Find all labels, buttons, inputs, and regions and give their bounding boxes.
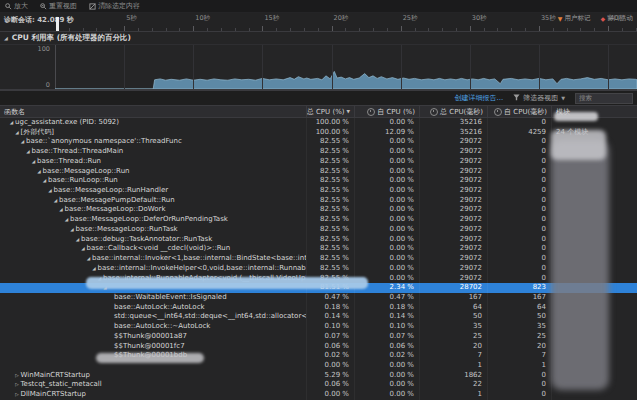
column-header-self-cpu-pct[interactable]: 自 CPU (%)	[355, 106, 420, 117]
table-row[interactable]: ▷DllMainCRTStartup0.00 %0.00 %10	[0, 390, 637, 400]
ruler-tick	[235, 28, 236, 31]
expander-expanded-icon[interactable]: ◢	[19, 137, 26, 147]
total-cpu-ms-value: 29072	[420, 157, 488, 167]
expander-expanded-icon[interactable]: ◢	[30, 157, 37, 167]
self-cpu-ms-header-label: 自 CPU(毫秒)	[504, 107, 547, 117]
expander-collapsed-icon[interactable]: ▷	[14, 371, 21, 381]
module-value	[552, 342, 637, 352]
expander-expanded-icon[interactable]: ◢	[25, 147, 32, 157]
table-row[interactable]: base::AutoLock::AutoLock0.18 %0.18 %6464	[0, 303, 637, 313]
column-header-total-cpu-ms[interactable]: 总 CPU(毫秒)	[420, 106, 488, 117]
table-row[interactable]: ◢Run81.51 %2.34 %28702823	[0, 283, 637, 293]
self-cpu-ms-value: 7	[488, 351, 552, 361]
expander-collapsed-icon[interactable]: ▷	[14, 380, 21, 390]
expander-expanded-icon[interactable]: ◢	[85, 254, 92, 264]
search-input[interactable]	[575, 93, 633, 104]
clear-selection-button[interactable]: 清除选定内容	[89, 1, 140, 11]
expander-expanded-icon[interactable]: ◢	[36, 167, 43, 177]
table-row[interactable]: ◢base::`anonymous namespace'::ThreadFunc…	[0, 137, 637, 147]
table-row[interactable]: ◢base::MessageLoop::RunTask82.55 %0.00 %…	[0, 225, 637, 235]
section-expander-icon[interactable]: ◢	[4, 35, 8, 41]
self-cpu-pct-header-label: 自 CPU (%)	[377, 107, 415, 117]
table-row[interactable]: ◢base::Thread::Run82.55 %0.00 %290720	[0, 157, 637, 167]
ruler-tick	[373, 28, 374, 31]
expander-expanded-icon[interactable]: ◢	[63, 215, 70, 225]
total-cpu-ms-value: 29072	[420, 196, 488, 206]
cpu-usage-graph[interactable]: 100 0	[0, 45, 637, 91]
expander-expanded-icon[interactable]: ◢	[69, 225, 76, 235]
expander-expanded-icon[interactable]: ◢	[14, 128, 21, 138]
self-cpu-icon	[367, 108, 375, 116]
expander-expanded-icon[interactable]: ◢	[8, 118, 15, 128]
table-row[interactable]: ◢base::MessageLoop::Run82.55 %0.00 %2907…	[0, 167, 637, 177]
total-cpu-pct-value: 0.07 %	[307, 332, 355, 342]
self-cpu-ms-value: 0	[488, 254, 552, 264]
expander-expanded-icon[interactable]: ◢	[102, 283, 109, 293]
table-row[interactable]: ◢base::Callback<void __cdecl(void)>::Run…	[0, 244, 637, 254]
module-value	[552, 390, 637, 400]
timeline-ruler[interactable]: 诊断会话: 42.089 秒 ▼ 用户标记 ◆ 窗口活动 5秒10秒15秒20秒…	[0, 13, 637, 32]
table-row[interactable]: ◢base::MessageLoop::DoWork82.55 %0.00 %2…	[0, 205, 637, 215]
table-row[interactable]: ◢base::RunLoop::Run82.55 %0.00 %290720	[0, 176, 637, 186]
table-row[interactable]: ◢base::MessageLoop::RunHandler82.55 %0.0…	[0, 186, 637, 196]
table-row[interactable]: ◢ugc_assistant.exe (PID: 5092)100.00 %0.…	[0, 118, 637, 128]
table-row[interactable]: 0.00 %0.00 %11	[0, 361, 637, 371]
table-row[interactable]: base::WaitableEvent::IsSignaled0.47 %0.4…	[0, 293, 637, 303]
module-value	[552, 351, 637, 361]
expander-expanded-icon[interactable]: ◢	[96, 274, 103, 284]
total-cpu-ms-value: 29072	[420, 225, 488, 235]
function-name-label: WinMainCRTStartup	[21, 371, 90, 381]
ruler-tick	[470, 26, 471, 31]
column-header-total-cpu-pct[interactable]: 总 CPU (%) ▼	[307, 106, 355, 117]
module-value	[552, 196, 637, 206]
module-value	[552, 147, 637, 157]
expander-expanded-icon[interactable]: ◢	[52, 196, 59, 206]
filter-view-dropdown[interactable]: 筛选器视图 ▼	[513, 93, 565, 103]
column-header-self-cpu-ms[interactable]: 自 CPU(毫秒)	[488, 106, 552, 117]
table-row[interactable]: ◢[外部代码]100.00 %12.09 %35216425924 个模块	[0, 128, 637, 138]
function-name-label: base::internal::RunnableAdapter<void (__…	[103, 274, 307, 284]
total-cpu-ms-value: 28702	[420, 283, 488, 293]
expander-expanded-icon[interactable]: ◢	[91, 264, 98, 274]
table-row[interactable]: $$Thunk@00001a870.07 %0.07 %2525	[0, 332, 637, 342]
function-name-label: base::Thread::Run	[37, 157, 101, 167]
table-row[interactable]: ◢base::debug::TaskAnnotator::RunTask82.5…	[0, 235, 637, 245]
self-cpu-pct-value: 0.00 %	[355, 157, 420, 167]
total-cpu-ms-icon	[430, 108, 438, 116]
column-header-module[interactable]: 模块	[552, 106, 637, 117]
table-row[interactable]: ▷WinMainCRTStartup5.29 %0.00 %18620	[0, 371, 637, 381]
table-row[interactable]: $$Thunk@00001bdb0.02 %0.02 %77	[0, 351, 637, 361]
self-cpu-pct-value: 12.09 %	[355, 128, 420, 138]
graph-gridline	[608, 45, 609, 89]
ruler-tick	[345, 28, 346, 31]
table-row[interactable]: ◢base::internal::InvokeHelper<0,void,bas…	[0, 264, 637, 274]
cpu-section-header[interactable]: ◢ CPU 利用率 (所有处理器的百分比)	[0, 32, 637, 45]
expander-expanded-icon[interactable]: ◢	[41, 176, 48, 186]
self-cpu-pct-value: 0.00 %	[355, 186, 420, 196]
expander-expanded-icon[interactable]: ◢	[74, 235, 81, 245]
reset-view-button[interactable]: 重置视图	[40, 1, 77, 11]
table-row[interactable]: ◢base::Thread::ThreadMain82.55 %0.00 %29…	[0, 147, 637, 157]
timeline-playhead[interactable]	[56, 17, 59, 31]
expander-collapsed-icon[interactable]: ▷	[14, 390, 21, 400]
module-value	[552, 283, 637, 293]
table-row[interactable]: ◢base::internal::RunnableAdapter<void (_…	[0, 274, 637, 284]
expander-expanded-icon[interactable]: ◢	[80, 244, 87, 254]
table-row[interactable]: ◢base::MessagePumpDefault::Run82.55 %0.0…	[0, 196, 637, 206]
table-row[interactable]: ◢base::internal::Invoker<1,base::interna…	[0, 254, 637, 264]
table-row[interactable]: ◢base::MessageLoop::DeferOrRunPendingTas…	[0, 215, 637, 225]
graph-gridline	[193, 45, 194, 89]
table-row[interactable]: std::queue<__int64,std::deque<__int64,st…	[0, 312, 637, 322]
expander-expanded-icon[interactable]: ◢	[58, 205, 65, 215]
table-row[interactable]: ▷Testcqt_static_metacall0.06 %0.00 %220	[0, 380, 637, 390]
self-cpu-pct-value: 0.00 %	[355, 176, 420, 186]
zoom-in-button[interactable]: 放大	[5, 1, 28, 11]
self-cpu-ms-value: 0	[488, 215, 552, 225]
table-row[interactable]: $$Thunk@00001fc70.06 %0.06 %2020	[0, 342, 637, 352]
expander-expanded-icon[interactable]: ◢	[47, 186, 54, 196]
table-row[interactable]: base::AutoLock::~AutoLock0.10 %0.10 %353…	[0, 322, 637, 332]
module-header-label: 模块	[556, 107, 570, 117]
column-header-function-name[interactable]: 函数名	[0, 106, 307, 117]
create-detailed-report-link[interactable]: 创建详细报告...	[454, 93, 503, 103]
ruler-tick	[138, 28, 139, 31]
